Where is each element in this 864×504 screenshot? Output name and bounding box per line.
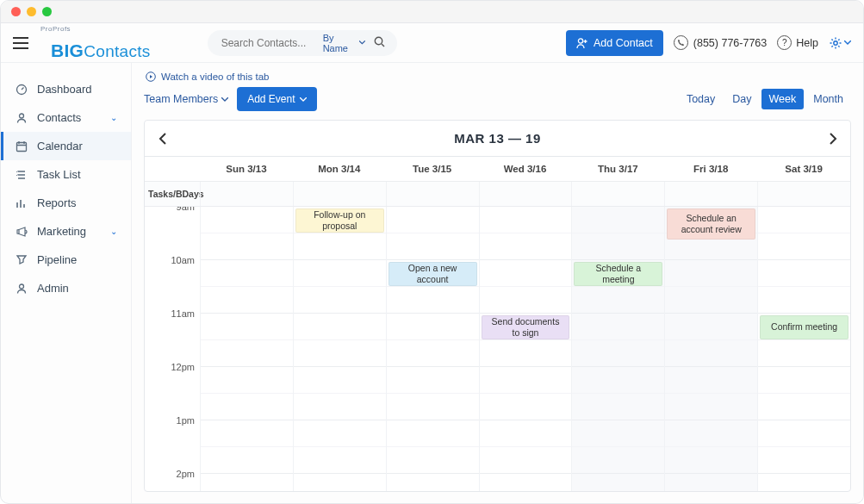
day-column[interactable]: Send documents to sign: [479, 207, 572, 491]
calendar-event[interactable]: Follow-up on proposal: [295, 208, 384, 233]
svg-point-1: [578, 38, 582, 42]
sidebar-item-marketing[interactable]: Marketing⌄: [1, 217, 131, 246]
maximize-dot[interactable]: [42, 7, 52, 16]
close-dot[interactable]: [11, 7, 21, 16]
svg-point-0: [375, 37, 382, 44]
menu-icon[interactable]: [13, 37, 28, 49]
day-header: Fri 3/18: [664, 157, 757, 181]
play-icon: [146, 72, 156, 82]
chevron-right-icon: [830, 133, 837, 145]
day-header: Tue 3/15: [386, 157, 479, 181]
day-header: Wed 3/16: [479, 157, 572, 181]
sidebar-item-label: Reports: [37, 196, 77, 209]
day-column[interactable]: Schedule a meeting: [571, 207, 664, 491]
sidebar-item-label: Admin: [37, 282, 69, 295]
reports-icon: [15, 197, 28, 209]
add-user-icon: [576, 37, 588, 49]
calendar-event[interactable]: Schedule an account review: [667, 208, 755, 240]
phone-icon: [674, 35, 688, 50]
svg-point-6: [20, 284, 24, 289]
hour-label: 1pm: [145, 415, 200, 469]
day-header: Mon 3/14: [293, 157, 386, 181]
tasks-cell[interactable]: [664, 182, 757, 206]
sidebar-item-label: Pipeline: [37, 253, 77, 266]
brand-subtitle: ProProfs: [40, 26, 163, 33]
pipeline-icon: [15, 254, 28, 266]
dashboard-icon: [15, 84, 28, 96]
tasks-cell[interactable]: [386, 182, 479, 206]
marketing-icon: [15, 226, 28, 238]
view-selector: Today Day Week Month: [679, 89, 851, 109]
sidebar-item-label: Dashboard: [37, 83, 92, 96]
sidebar-item-tasklist[interactable]: Task List: [1, 160, 131, 189]
video-hint-link[interactable]: Watch a video of this tab: [146, 72, 851, 82]
calendar-event[interactable]: Confirm meeting: [760, 315, 848, 339]
sidebar-item-reports[interactable]: Reports: [1, 189, 131, 217]
team-members-dropdown[interactable]: Team Members: [144, 93, 228, 105]
minimize-dot[interactable]: [27, 7, 36, 16]
search-input[interactable]: [220, 36, 323, 50]
chevron-left-icon: [159, 133, 166, 145]
chevron-down-icon: [221, 97, 228, 102]
admin-icon: [15, 283, 28, 295]
day-header: Sun 3/13: [200, 157, 293, 181]
sidebar-item-contacts[interactable]: Contacts⌄: [1, 103, 131, 132]
gear-icon: [829, 36, 842, 50]
chevron-down-icon: ⌄: [110, 113, 117, 122]
sidebar-item-admin[interactable]: Admin: [1, 274, 131, 302]
support-phone[interactable]: (855) 776-7763: [674, 35, 767, 50]
add-contact-button[interactable]: Add Contact: [566, 30, 663, 56]
calendar-event[interactable]: Open a new account: [388, 262, 477, 286]
hour-label: 12pm: [145, 362, 200, 415]
tasks-cell[interactable]: [757, 182, 850, 206]
tasks-cell[interactable]: [293, 182, 386, 206]
calendar-event[interactable]: Schedule a meeting: [574, 262, 662, 286]
calendar: MAR 13 — 19 Sun 3/13Mon 3/14Tue 3/15Wed …: [144, 120, 851, 492]
chevron-down-icon: [300, 97, 307, 102]
search-icon[interactable]: [374, 35, 385, 51]
view-month[interactable]: Month: [805, 89, 851, 109]
sidebar-item-label: Calendar: [37, 140, 83, 152]
add-event-button[interactable]: Add Event: [237, 87, 316, 111]
hour-label: 10am: [145, 255, 200, 308]
day-column[interactable]: Schedule an account review: [664, 207, 757, 491]
settings-dropdown[interactable]: [829, 36, 851, 50]
help-link[interactable]: ? Help: [777, 35, 818, 50]
help-icon: ?: [777, 35, 792, 50]
svg-point-2: [834, 40, 837, 44]
view-week[interactable]: Week: [761, 89, 805, 109]
sidebar-item-label: Marketing: [37, 225, 86, 238]
sidebar-item-pipeline[interactable]: Pipeline: [1, 246, 131, 274]
day-column[interactable]: Open a new account: [386, 207, 479, 491]
sidebar-nav: DashboardContacts⌄CalendarTask ListRepor…: [1, 63, 132, 503]
window-chrome: [1, 1, 863, 23]
sidebar-item-calendar[interactable]: Calendar: [1, 132, 131, 160]
date-range-label: MAR 13 — 19: [454, 131, 541, 146]
day-header: Sat 3/19: [757, 157, 850, 181]
tasks-cell[interactable]: [200, 182, 293, 206]
tasklist-icon: [15, 169, 28, 181]
tasks-row-label: Tasks/BDays: [145, 182, 200, 206]
contacts-icon: [15, 112, 28, 124]
prev-week-button[interactable]: [145, 121, 179, 156]
tasks-cell[interactable]: [571, 182, 664, 206]
calendar-event[interactable]: Send documents to sign: [482, 315, 570, 339]
day-column[interactable]: Confirm meeting: [757, 207, 850, 491]
phone-number: (855) 776-7763: [693, 37, 767, 49]
tasks-cell[interactable]: [479, 182, 572, 206]
sidebar-item-label: Contacts: [37, 111, 81, 124]
day-header: Thu 3/17: [571, 157, 664, 181]
view-day[interactable]: Day: [724, 89, 759, 109]
day-column[interactable]: Follow-up on proposal: [293, 207, 386, 491]
sidebar-item-dashboard[interactable]: Dashboard: [1, 75, 131, 103]
search-scope-dropdown[interactable]: By Name: [323, 33, 365, 53]
search-box[interactable]: By Name: [208, 30, 397, 56]
view-today[interactable]: Today: [679, 89, 723, 109]
brand-logo[interactable]: ProProfs BIGContacts: [39, 26, 163, 59]
next-week-button[interactable]: [816, 121, 850, 156]
svg-point-4: [20, 114, 24, 118]
day-column[interactable]: [200, 207, 293, 491]
chevron-down-icon: [359, 40, 365, 45]
calendar-icon: [15, 140, 28, 152]
hour-label: 9am: [145, 207, 200, 255]
